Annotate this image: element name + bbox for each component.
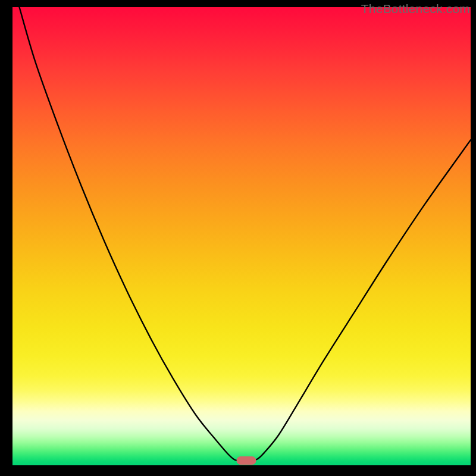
plot-area — [12, 7, 471, 465]
bottleneck-curve — [12, 7, 471, 465]
minimum-marker — [236, 456, 256, 465]
watermark-text: TheBottleneck.com — [361, 2, 470, 16]
chart-frame: TheBottleneck.com — [0, 0, 476, 476]
